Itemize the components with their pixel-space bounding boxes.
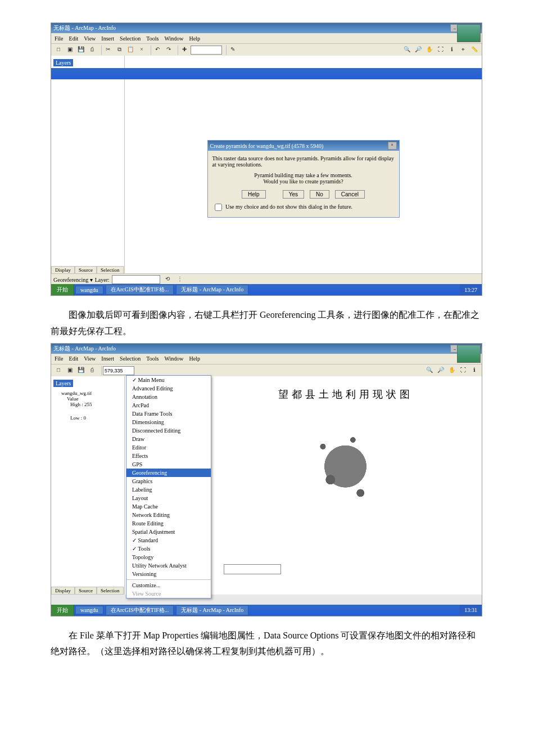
menu-file[interactable]: File [55,356,64,362]
toolbar-menu-item[interactable]: Layout [126,494,211,502]
measure-icon[interactable]: 📏 [469,45,479,55]
full-extent-icon[interactable]: ⛶ [436,45,446,55]
menu-insert[interactable]: Insert [101,35,114,42]
print-icon[interactable]: ⎙ [87,366,97,376]
toolbar-menu-item[interactable]: Route Editing [126,519,211,528]
layer-combo[interactable] [112,275,160,284]
toolbar-menu-item[interactable]: Main Menu [126,376,211,384]
toc-layers-node[interactable]: Layers [53,380,73,387]
map-view[interactable]: Main MenuAdvanced EditingAnnotationArcPa… [125,376,482,595]
toolbar-menu-item[interactable]: Annotation [126,393,211,401]
menu-view[interactable]: View [84,356,96,362]
full-extent-icon[interactable]: ⛶ [458,366,468,376]
toolbar-menu-item[interactable]: Tools [126,544,211,553]
zoom-in-icon[interactable]: 🔍 [402,45,412,55]
identify-icon[interactable]: ℹ [469,366,479,376]
toolbar-menu-item[interactable]: Disconnected Editing [126,426,211,435]
cancel-button[interactable]: Cancel [335,190,365,199]
menu-file[interactable]: File [55,35,64,42]
delete-icon[interactable]: × [137,45,147,55]
toc-tab-source[interactable]: Source [75,587,97,595]
editor-icon[interactable]: ✎ [228,45,238,55]
open-icon[interactable]: ▣ [65,366,75,376]
toolbar-menu-item[interactable]: Customize... [126,581,211,590]
toolbar-menu-item[interactable]: Utility Network Analyst [126,561,211,570]
toolbar-menu-item[interactable]: Draw [126,435,211,443]
find-icon[interactable]: ⌖ [458,45,468,55]
scale-input[interactable] [191,46,222,55]
toolbar-menu-item[interactable]: Network Editing [126,511,211,519]
toc-tab-source[interactable]: Source [75,266,97,274]
menu-selection[interactable]: Selection [120,35,141,42]
taskbar-item[interactable]: wangdu [75,606,103,614]
toc-tab-display[interactable]: Display [51,266,75,274]
menu-window[interactable]: Window [164,356,183,362]
toolbar-menu-item[interactable]: ArcPad [126,401,211,410]
toolbar-menu-item[interactable]: Georeferencing [126,469,211,477]
menu-tools[interactable]: Tools [146,356,159,362]
scale-input[interactable] [103,366,134,375]
print-icon[interactable]: ⎙ [87,45,97,55]
pan-icon[interactable]: ✋ [447,366,457,376]
taskbar-item[interactable]: 无标题 - ArcMap - ArcInfo [176,605,248,615]
toolbar-menu-item[interactable]: Versioning [126,570,211,578]
georef-dropdown[interactable]: Georeferencing ▾ [53,277,93,283]
toolbar-menu-item[interactable]: GPS [126,460,211,469]
toolbar-menu-item[interactable]: Standard [126,536,211,544]
menu-edit[interactable]: Edit [69,35,79,42]
taskbar-item[interactable]: wangdu [75,286,103,294]
toolbar-menu-item[interactable]: Map Cache [126,502,211,511]
toolbar-menu-item[interactable]: Topology [126,553,211,561]
toolbar-menu-item[interactable]: Data Frame Tools [126,410,211,418]
map-view[interactable]: Create pyramids for wangdu_wg.tif (4578 … [125,56,482,274]
zoom-out-icon[interactable]: 🔎 [413,45,423,55]
toolbar-menu-item[interactable]: Spatial Adjustment [126,528,211,536]
toolbar-menu-item[interactable]: Labeling [126,485,211,494]
undo-icon[interactable]: ↶ [152,45,162,55]
toc-tab-selection[interactable]: Selection [97,587,124,595]
toolbar-menu-item[interactable]: Graphics [126,477,211,485]
taskbar-item[interactable]: 在ArcGIS中配准TIF格... [106,605,174,615]
paste-icon[interactable]: 📋 [125,45,135,55]
menu-help[interactable]: Help [189,356,200,362]
toolbar-menu-item[interactable]: Dimensioning [126,418,211,426]
new-icon[interactable]: □ [53,366,64,376]
add-data-icon[interactable]: ✚ [179,45,189,55]
taskbar-item[interactable]: 无标题 - ArcMap - ArcInfo [176,285,248,295]
save-icon[interactable]: 💾 [76,45,86,55]
help-button[interactable]: Help [242,190,266,199]
no-button[interactable]: No [310,190,329,199]
toc-layers-node[interactable]: Layers [53,59,73,66]
toolbar-menu-item[interactable]: Effects [126,452,211,460]
identify-icon[interactable]: ℹ [447,45,457,55]
open-icon[interactable]: ▣ [65,45,75,55]
new-icon[interactable]: □ [53,45,64,55]
save-icon[interactable]: 💾 [76,366,86,376]
link-icon[interactable]: ⋮ [175,274,185,285]
menu-view[interactable]: View [84,35,96,42]
toolbar-menu-item[interactable]: Advanced Editing [126,384,211,393]
remember-choice-checkbox[interactable] [215,204,222,211]
menu-help[interactable]: Help [189,35,200,42]
menu-insert[interactable]: Insert [101,356,114,362]
redo-icon[interactable]: ↷ [164,45,174,55]
start-button[interactable]: 开始 [51,605,74,616]
toc-raster-layer[interactable]: wangdu_wg.tif [61,390,124,396]
menu-edit[interactable]: Edit [69,356,79,362]
pan-icon[interactable]: ✋ [424,45,435,55]
rotate-icon[interactable]: ⟲ [162,274,173,285]
toolbar-menu-item[interactable]: Editor [126,443,211,452]
copy-icon[interactable]: ⧉ [114,45,124,55]
menu-tools[interactable]: Tools [146,35,159,42]
start-button[interactable]: 开始 [51,284,74,295]
menu-window[interactable]: Window [164,35,183,42]
zoom-in-icon[interactable]: 🔍 [424,366,435,376]
toolbar-menu-item[interactable]: View Source [126,590,211,598]
menu-selection[interactable]: Selection [120,356,141,362]
yes-button[interactable]: Yes [283,190,304,199]
zoom-out-icon[interactable]: 🔎 [436,366,446,376]
taskbar-item[interactable]: 在ArcGIS中配准TIF格... [106,285,174,295]
dialog-close-button[interactable]: × [388,142,397,150]
cut-icon[interactable]: ✂ [103,45,113,55]
toc-tab-display[interactable]: Display [51,587,75,595]
